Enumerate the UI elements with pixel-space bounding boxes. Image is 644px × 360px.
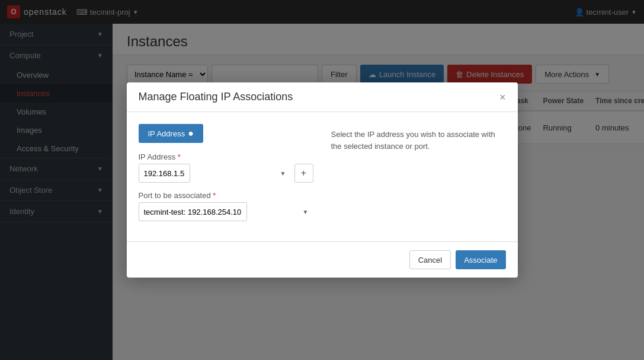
port-label-text: Port to be associated	[139, 191, 211, 200]
port-select-wrapper: tecmint-test: 192.168.254.10	[139, 202, 313, 221]
cancel-button[interactable]: Cancel	[409, 250, 451, 269]
modal-description: Select the IP address you wish to associ…	[331, 129, 506, 152]
ip-required-star: *	[178, 152, 181, 161]
port-form-group: Port to be associated * tecmint-test: 19…	[139, 191, 313, 221]
modal-title: Manage Floating IP Associations	[139, 91, 293, 103]
modal-close-button[interactable]: ×	[499, 92, 506, 103]
port-select[interactable]: tecmint-test: 192.168.254.10	[139, 202, 247, 221]
ip-address-label: IP Address *	[139, 152, 313, 161]
modal-footer: Cancel Associate	[127, 241, 518, 278]
ip-address-select[interactable]: 192.168.1.5	[139, 164, 190, 183]
port-label: Port to be associated *	[139, 191, 313, 200]
associate-button[interactable]: Associate	[456, 250, 505, 269]
modal-tab-ip-address[interactable]: IP Address ●	[139, 124, 203, 143]
modal: Manage Floating IP Associations × IP Add…	[127, 82, 518, 278]
tab-required-indicator: ●	[188, 129, 194, 138]
ip-address-control-row: 192.168.1.5 +	[139, 164, 313, 183]
ip-address-select-wrapper: 192.168.1.5	[139, 164, 291, 183]
modal-header: Manage Floating IP Associations ×	[127, 82, 518, 112]
modal-body: IP Address ● IP Address * 192.168.1.5	[127, 112, 518, 241]
port-required-star: *	[213, 191, 216, 200]
modal-overlay: Manage Floating IP Associations × IP Add…	[0, 0, 644, 360]
ip-address-form-group: IP Address * 192.168.1.5 +	[139, 152, 313, 183]
modal-left: IP Address ● IP Address * 192.168.1.5	[139, 124, 313, 230]
tab-ip-address-label: IP Address	[148, 129, 185, 138]
ip-address-label-text: IP Address	[139, 152, 176, 161]
modal-tabs: IP Address ●	[139, 124, 313, 143]
modal-right: Select the IP address you wish to associ…	[331, 124, 506, 230]
add-ip-button[interactable]: +	[294, 164, 313, 183]
